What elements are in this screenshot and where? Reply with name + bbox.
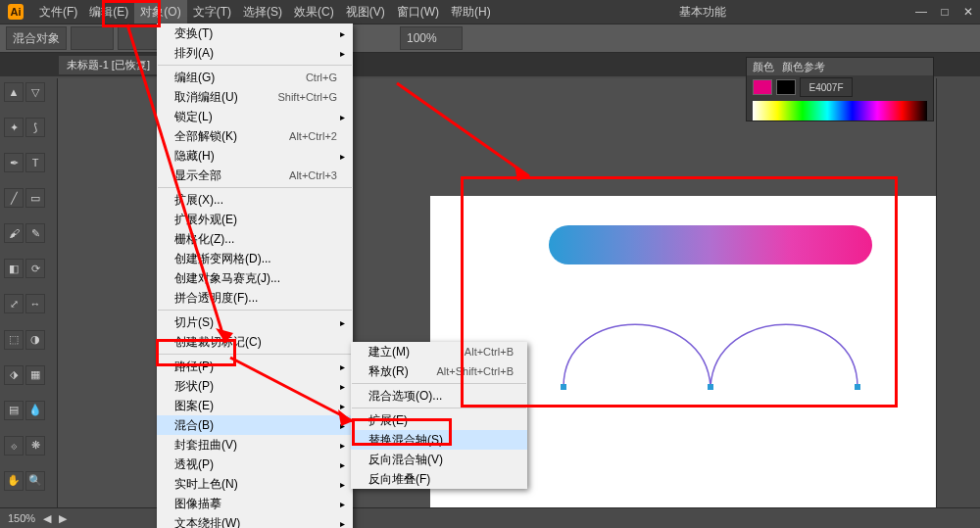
menu-select[interactable]: 选择(S)	[237, 0, 288, 24]
hex-input[interactable]	[800, 77, 853, 97]
menu-window[interactable]: 窗口(W)	[391, 0, 445, 24]
symbol-sprayer-tool[interactable]: ❋	[25, 436, 45, 456]
menu-edit[interactable]: 编辑(E)	[83, 0, 134, 24]
status-nav-left-icon[interactable]: ◀	[43, 512, 51, 525]
zoom-field[interactable]: 100%	[400, 26, 463, 50]
color-panel: 颜色 颜色参考	[746, 57, 934, 121]
menu-effect[interactable]: 效果(C)	[288, 0, 340, 24]
app-logo: Ai	[8, 4, 24, 20]
status-zoom[interactable]: 150%	[8, 512, 35, 524]
blend-submenu: 建立(M)Alt+Ctrl+B释放(R)Alt+Shift+Ctrl+B混合选项…	[351, 342, 527, 489]
object-menu-item[interactable]: 全部解锁(K)Alt+Ctrl+2	[157, 126, 353, 146]
scale-tool[interactable]: ⤢	[4, 294, 24, 313]
blend-submenu-item[interactable]: 建立(M)Alt+Ctrl+B	[351, 342, 527, 361]
object-menu-item[interactable]: 混合(B)	[157, 415, 353, 435]
minimize-icon[interactable]: —	[909, 0, 933, 24]
object-menu-item[interactable]: 切片(S)	[157, 312, 353, 332]
fill-color-swatch[interactable]	[753, 79, 772, 95]
status-nav-right-icon[interactable]: ▶	[59, 512, 67, 525]
object-menu-item[interactable]: 实时上色(N)	[157, 474, 353, 494]
brush-tool[interactable]: 🖌	[4, 223, 24, 243]
object-menu-item[interactable]: 文本绕排(W)	[157, 513, 353, 528]
main-menu: 文件(F) 编辑(E) 对象(O) 文字(T) 选择(S) 效果(C) 视图(V…	[33, 0, 497, 24]
blend-submenu-item[interactable]: 扩展(E)	[351, 410, 527, 430]
fill-swatch[interactable]	[71, 26, 114, 50]
pencil-tool[interactable]: ✎	[25, 223, 45, 243]
title-bar: Ai 文件(F) 编辑(E) 对象(O) 文字(T) 选择(S) 效果(C) 视…	[0, 0, 980, 24]
rectangle-tool[interactable]: ▭	[25, 188, 45, 208]
menu-file[interactable]: 文件(F)	[33, 0, 83, 24]
eraser-tool[interactable]: ◧	[4, 259, 24, 278]
object-menu-item[interactable]: 扩展(X)...	[157, 190, 353, 210]
object-menu-item[interactable]: 扩展外观(E)	[157, 210, 353, 229]
object-menu-item[interactable]: 栅格化(Z)...	[157, 229, 353, 249]
object-menu-item[interactable]: 路径(P)	[157, 357, 353, 376]
collapsed-panels[interactable]	[936, 78, 980, 508]
color-spectrum[interactable]	[753, 101, 927, 120]
type-tool[interactable]: T	[25, 153, 45, 172]
menu-view[interactable]: 视图(V)	[340, 0, 391, 24]
object-dropdown: 变换(T)排列(A)编组(G)Ctrl+G取消编组(U)Shift+Ctrl+G…	[157, 24, 353, 528]
zoom-tool[interactable]: 🔍	[25, 471, 45, 491]
document-tab[interactable]: 未标题-1 [已恢复]	[59, 56, 158, 74]
object-menu-item[interactable]: 图像描摹	[157, 494, 353, 513]
direct-selection-tool[interactable]: ▽	[25, 82, 45, 102]
width-tool[interactable]: ↔	[25, 294, 45, 313]
blend-spine-path[interactable]	[559, 294, 862, 392]
magic-wand-tool[interactable]: ✦	[4, 118, 24, 137]
object-menu-item[interactable]: 显示全部Alt+Ctrl+3	[157, 166, 353, 185]
object-menu-item[interactable]: 创建对象马赛克(J)...	[157, 268, 353, 288]
object-menu-item[interactable]: 形状(P)	[157, 376, 353, 396]
object-menu-item[interactable]: 封套扭曲(V)	[157, 435, 353, 455]
menu-help[interactable]: 帮助(H)	[445, 0, 497, 24]
blend-submenu-item[interactable]: 反向堆叠(F)	[351, 469, 527, 489]
close-icon[interactable]: ✕	[956, 0, 980, 24]
svg-rect-2	[855, 384, 860, 390]
menu-type[interactable]: 文字(T)	[187, 0, 237, 24]
blend-submenu-item[interactable]: 反向混合轴(V)	[351, 450, 527, 469]
shape-builder-tool[interactable]: ◑	[25, 330, 45, 350]
object-menu-item[interactable]: 取消编组(U)Shift+Ctrl+G	[157, 87, 353, 107]
object-menu-item[interactable]: 透视(P)	[157, 455, 353, 474]
object-menu-item[interactable]: 编组(G)Ctrl+G	[157, 68, 353, 87]
object-menu-item[interactable]: 拼合透明度(F)...	[157, 288, 353, 308]
status-bar: 150% ◀ ▶	[0, 507, 980, 528]
blend-submenu-item[interactable]: 替换混合轴(S)	[351, 430, 527, 450]
blend-object[interactable]	[549, 225, 872, 264]
object-menu-item[interactable]: 变换(T)	[157, 24, 353, 43]
selection-tool[interactable]: ▲	[4, 82, 24, 102]
gradient-tool[interactable]: ▤	[4, 401, 24, 420]
stroke-swatch[interactable]	[118, 26, 161, 50]
object-menu-item[interactable]: 创建渐变网格(D)...	[157, 249, 353, 268]
maximize-icon[interactable]: □	[933, 0, 956, 24]
menu-object[interactable]: 对象(O)	[134, 0, 186, 24]
object-menu-item[interactable]: 锁定(L)	[157, 107, 353, 126]
free-transform-tool[interactable]: ⬚	[4, 330, 24, 350]
object-menu-item[interactable]: 排列(A)	[157, 43, 353, 63]
object-menu-item[interactable]: 图案(E)	[157, 396, 353, 415]
pen-tool[interactable]: ✒	[4, 153, 24, 172]
blend-submenu-item[interactable]: 释放(R)Alt+Shift+Ctrl+B	[351, 361, 527, 381]
perspective-tool[interactable]: ⬗	[4, 365, 24, 385]
workspace-switcher[interactable]: 基本功能	[669, 4, 736, 21]
stroke-color-swatch[interactable]	[776, 79, 796, 95]
svg-rect-0	[561, 384, 566, 390]
tool-panel: ▲ ▽ ✦ ⟆ ✒ T ╱ ▭ 🖌 ✎ ◧ ⟳ ⤢ ↔ ⬚ ◑ ⬗ ▦ ▤ 💧 …	[0, 78, 58, 508]
mesh-tool[interactable]: ▦	[25, 365, 45, 385]
eyedropper-tool[interactable]: 💧	[25, 401, 45, 420]
blend-submenu-item[interactable]: 混合选项(O)...	[351, 386, 527, 406]
object-menu-item[interactable]: 隐藏(H)	[157, 146, 353, 166]
rotate-tool[interactable]: ⟳	[25, 259, 45, 278]
blend-tool[interactable]: ⟐	[4, 436, 24, 456]
lasso-tool[interactable]: ⟆	[25, 118, 45, 137]
color-guide-tab[interactable]: 颜色参考	[782, 60, 825, 74]
control-label: 混合对象	[6, 26, 67, 50]
svg-rect-1	[708, 384, 713, 390]
control-bar: 混合对象 换 100%	[0, 24, 980, 53]
object-menu-item[interactable]: 创建裁切标记(C)	[157, 332, 353, 352]
hand-tool[interactable]: ✋	[4, 471, 24, 491]
color-tab[interactable]: 颜色	[753, 60, 774, 74]
line-tool[interactable]: ╱	[4, 188, 24, 208]
